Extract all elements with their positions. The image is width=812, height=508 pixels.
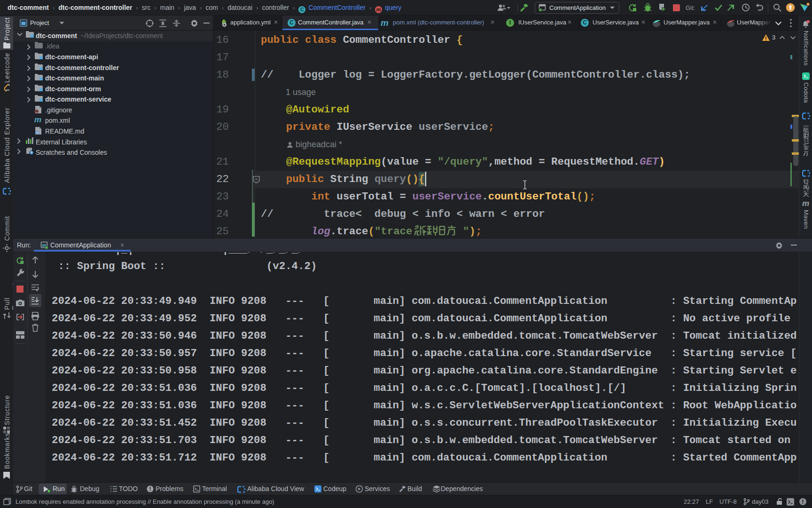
svg-text:MD: MD xyxy=(36,131,40,134)
